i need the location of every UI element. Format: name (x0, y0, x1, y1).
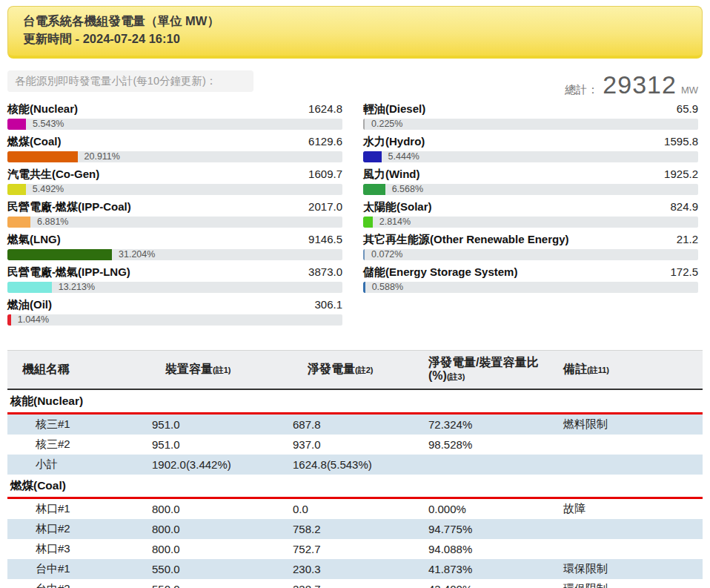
cell-installed-capacity: 800.0 (145, 540, 287, 558)
table-column-header: 淨發電量/裝置容量比(%)(註3) (424, 356, 557, 383)
energy-bar-percent: 5.543% (33, 119, 64, 129)
energy-item: 輕油(Diesel) 65.9 0.225% (363, 102, 698, 130)
total-value: 29312 (603, 70, 677, 99)
energy-item-top: 民營電廠-燃氣(IPP-LNG) 3873.0 (7, 265, 342, 280)
energy-item: 核能(Nuclear) 1624.8 5.543% (7, 102, 342, 130)
summary-row: 各能源別即時發電量小計(每10分鐘更新)： 總計： 29312 MW (7, 70, 698, 99)
table-row: 核三#2 951.0 937.0 98.528% (7, 435, 703, 455)
cell-note: 環保限制 (557, 559, 703, 579)
cell-generation-ratio: 41.873% (424, 560, 557, 578)
energy-item: 太陽能(Solar) 824.9 2.814% (363, 200, 698, 228)
cell-net-generation: 752.7 (287, 540, 424, 558)
column-header-label: 裝置容量 (165, 363, 213, 375)
energy-item-top: 水力(Hydro) 1595.8 (363, 135, 698, 150)
table-column-header: 裝置容量(註1) (145, 363, 287, 376)
energy-bar-fill (7, 119, 26, 130)
cell-generation-ratio: 72.324% (424, 415, 557, 434)
energy-source-value: 2017.0 (308, 200, 342, 213)
energy-item-top: 儲能(Energy Storage System) 172.5 (363, 265, 698, 280)
cell-note (557, 461, 703, 467)
energy-source-label: 儲能(Energy Storage System) (363, 265, 517, 280)
energy-bar-percent: 2.814% (379, 217, 411, 227)
energy-item: 汽電共生(Co-Gen) 1609.7 5.492% (7, 168, 342, 195)
table-row: 林口#1 800.0 0.0 0.000% 故障 (7, 499, 703, 519)
energy-item-top: 太陽能(Solar) 824.9 (363, 200, 698, 215)
cell-net-generation: 937.0 (287, 435, 424, 454)
cell-net-generation: 687.8 (287, 415, 424, 434)
energy-bar-track: 5.444% (363, 151, 698, 162)
energy-source-value: 1609.7 (308, 168, 342, 180)
cell-generation-ratio (424, 461, 557, 467)
energy-column-left: 核能(Nuclear) 1624.8 5.543% 燃煤(Coal) 6129.… (7, 102, 342, 331)
column-header-note: (註2) (355, 366, 373, 374)
column-header-note: (註1) (213, 366, 230, 374)
energy-source-value: 6129.6 (308, 135, 342, 148)
cell-installed-capacity: 550.0 (145, 580, 287, 588)
energy-bar-grid: 核能(Nuclear) 1624.8 5.543% 燃煤(Coal) 6129.… (7, 102, 698, 331)
energy-source-label: 民營電廠-燃煤(IPP-Coal) (7, 200, 131, 214)
energy-source-label: 民營電廠-燃氣(IPP-LNG) (7, 265, 130, 280)
energy-bar-fill (363, 282, 365, 293)
cell-net-generation: 0.0 (287, 500, 424, 518)
cell-note (557, 526, 703, 532)
energy-source-label: 輕油(Diesel) (363, 102, 425, 116)
energy-source-label: 太陽能(Solar) (363, 200, 432, 214)
energy-bar-track: 5.543% (7, 119, 342, 130)
cell-net-generation: 238.7 (287, 580, 424, 588)
energy-source-value: 1925.2 (664, 168, 698, 180)
energy-bar-percent: 0.225% (371, 119, 402, 129)
table-row: 林口#2 800.0 758.2 94.775% (7, 519, 703, 539)
cell-net-generation: 1624.8(5.543%) (287, 455, 424, 474)
energy-bar-fill (363, 249, 365, 260)
table-row: 小計 1902.0(3.442%) 1624.8(5.543%) (7, 455, 703, 475)
energy-bar-track: 31.204% (7, 249, 342, 260)
energy-bar-percent: 31.204% (119, 249, 155, 260)
cell-generation-ratio: 0.000% (424, 500, 557, 518)
energy-bar-percent: 6.568% (392, 184, 423, 194)
generation-units-table: 機組名稱 裝置容量(註1) 淨發電量(註2) 淨發電量/裝置容量比(%)(註3)… (7, 350, 703, 588)
energy-item-top: 民營電廠-燃煤(IPP-Coal) 2017.0 (7, 200, 342, 215)
cell-unit-name: 林口#3 (7, 539, 145, 559)
energy-source-label: 風力(Wind) (363, 168, 420, 182)
energy-item: 燃油(Oil) 306.1 1.044% (7, 298, 342, 326)
column-header-note: (註3) (447, 372, 465, 381)
table-row: 台中#1 550.0 230.3 41.873% 環保限制 (7, 559, 703, 579)
cell-installed-capacity: 800.0 (145, 500, 287, 518)
energy-bar-track: 0.072% (363, 249, 698, 260)
energy-item: 其它再生能源(Other Renewable Energy) 21.2 0.07… (363, 233, 698, 260)
total-unit: MW (681, 85, 698, 96)
cell-generation-ratio: 94.775% (424, 520, 557, 538)
energy-bar-track: 6.881% (7, 217, 342, 228)
total-label: 總計： (565, 83, 598, 97)
energy-source-label: 燃氣(LNG) (7, 233, 61, 247)
grand-total: 總計： 29312 MW (565, 70, 698, 99)
energy-item: 水力(Hydro) 1595.8 5.444% (363, 135, 698, 162)
energy-item-top: 燃氣(LNG) 9146.5 (7, 233, 342, 248)
energy-item: 風力(Wind) 1925.2 6.568% (363, 168, 698, 195)
energy-item-top: 核能(Nuclear) 1624.8 (7, 102, 342, 117)
energy-bar-percent: 0.072% (371, 249, 402, 260)
cell-note: 燃料限制 (557, 414, 703, 435)
cell-unit-name: 小計 (7, 455, 145, 475)
energy-item-top: 汽電共生(Co-Gen) 1609.7 (7, 168, 342, 182)
energy-bar-fill (7, 217, 30, 228)
energy-bar-fill (7, 184, 26, 195)
energy-column-right: 輕油(Diesel) 65.9 0.225% 水力(Hydro) 1595.8 … (363, 102, 698, 298)
energy-bar-fill (363, 184, 385, 195)
energy-item-top: 燃油(Oil) 306.1 (7, 298, 342, 313)
cell-installed-capacity: 550.0 (145, 560, 287, 578)
table-column-header: 淨發電量(註2) (287, 363, 424, 376)
energy-bar-track: 0.588% (363, 282, 698, 293)
page-title: 台電系統各機組發電量（單位 MW） (23, 13, 687, 30)
energy-bar-fill (7, 282, 52, 293)
energy-bar-fill (363, 119, 365, 130)
cell-installed-capacity: 951.0 (145, 415, 287, 434)
energy-bar-fill (363, 217, 373, 228)
energy-item: 民營電廠-燃煤(IPP-Coal) 2017.0 6.881% (7, 200, 342, 228)
energy-source-label: 核能(Nuclear) (7, 102, 78, 116)
energy-bar-percent: 5.444% (388, 151, 419, 162)
table-header-row: 機組名稱 裝置容量(註1) 淨發電量(註2) 淨發電量/裝置容量比(%)(註3)… (7, 350, 703, 390)
energy-source-value: 21.2 (677, 233, 698, 245)
cell-note (557, 441, 703, 447)
table-row: 台中#2 550.0 238.7 43.400% 環保限制 (7, 579, 703, 588)
